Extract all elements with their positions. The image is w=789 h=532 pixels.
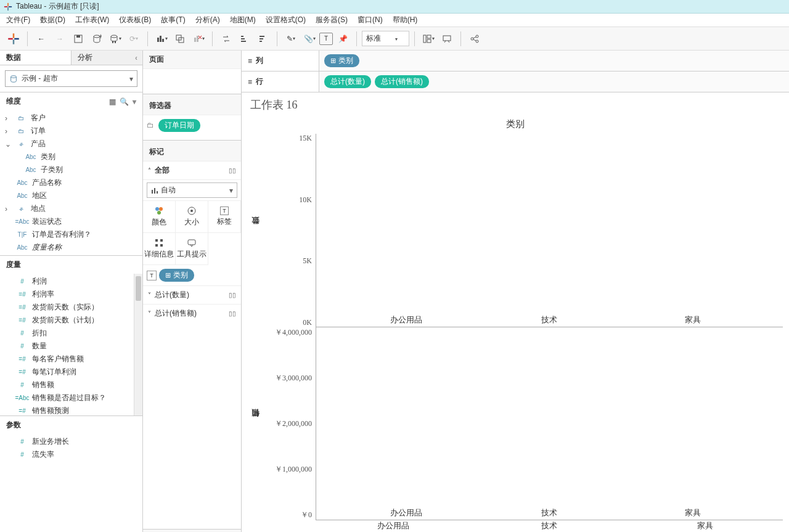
search-icon[interactable]: 🔍: [120, 97, 129, 106]
marks-all[interactable]: ˄ 全部 ▯▯: [143, 162, 241, 180]
plot[interactable]: 办公用品技术家具: [316, 134, 783, 327]
measure-item[interactable]: #销售额: [2, 379, 131, 391]
menu-icon[interactable]: ▾: [133, 97, 136, 106]
bar[interactable]: 技术: [512, 507, 586, 520]
dimension-item[interactable]: ›🗀客户: [2, 112, 140, 125]
dimension-item[interactable]: Abc类别: [2, 150, 140, 163]
pause-button[interactable]: ▾: [107, 30, 124, 47]
group-button[interactable]: 📎▾: [301, 30, 318, 47]
dimension-item[interactable]: Abc地区: [2, 189, 140, 202]
dimensions-header: 维度 ▦ 🔍 ▾: [0, 92, 142, 110]
bar[interactable]: 办公用品: [369, 507, 443, 520]
clear-button[interactable]: ▾: [190, 30, 207, 47]
bar-label: 办公用品: [390, 507, 422, 518]
show-cards-button[interactable]: ▾: [420, 30, 437, 47]
rows-shelf[interactable]: ≡行 总计(数量) 总计(销售额): [242, 72, 789, 92]
marks-label[interactable]: T 标签: [208, 201, 241, 233]
refresh-button[interactable]: ⟳▾: [125, 30, 142, 47]
menu-file[interactable]: 文件(F): [1, 14, 35, 27]
sort-asc-button[interactable]: [236, 30, 253, 47]
menu-help[interactable]: 帮助(H): [388, 14, 423, 27]
menu-story[interactable]: 故事(T): [156, 14, 190, 27]
dimension-item[interactable]: Abc子类别: [2, 163, 140, 176]
menu-analysis[interactable]: 分析(A): [190, 14, 225, 27]
bar[interactable]: 办公用品: [369, 314, 443, 327]
menu-server[interactable]: 服务器(S): [311, 14, 353, 27]
labels-button[interactable]: T: [319, 33, 333, 45]
measure-item[interactable]: #利润: [2, 275, 131, 288]
undo-button[interactable]: ←: [33, 30, 50, 47]
measure-item[interactable]: =Abc销售额是否超过目标？: [2, 391, 131, 404]
toolbar: ← → + ▾ ⟳▾ ▾ ▾ ✎▾ 📎▾ T 📌 标准 ▾ ▾: [0, 27, 789, 51]
measure-item[interactable]: #数量: [2, 340, 131, 353]
x-axis: 办公用品技术家具: [248, 520, 783, 531]
menu-worksheet[interactable]: 工作表(W): [70, 14, 114, 27]
menu-dashboard[interactable]: 仪表板(B): [114, 14, 156, 27]
columns-pill[interactable]: ⊞ 类别: [324, 54, 359, 67]
measure-item[interactable]: =#每名客户销售额: [2, 353, 131, 366]
rows-pill-1[interactable]: 总计(数量): [324, 75, 371, 88]
filters-shelf[interactable]: 🗀 订单日期: [143, 115, 241, 140]
dimension-item[interactable]: =Abc装运状态: [2, 215, 140, 228]
view-icon[interactable]: ▦: [109, 97, 116, 106]
marks-expander-2[interactable]: ˅ 总计(销售额) ▯▯: [143, 304, 241, 322]
rows-pill-2[interactable]: 总计(销售额): [375, 75, 429, 88]
marks-type-select[interactable]: 自动 ▾: [147, 182, 237, 198]
bar[interactable]: 技术: [512, 314, 586, 327]
menu-window[interactable]: 窗口(N): [353, 14, 388, 27]
bar-icon: ▯▯: [229, 310, 236, 317]
menubar: 文件(F) 数据(D) 工作表(W) 仪表板(B) 故事(T) 分析(A) 地图…: [0, 14, 789, 27]
measures-header: 度量: [0, 256, 142, 274]
dimension-item[interactable]: ›ቆ地点: [2, 202, 140, 215]
sort-desc-button[interactable]: [255, 30, 272, 47]
measure-item[interactable]: =#每笔订单利润: [2, 366, 131, 379]
filter-pill[interactable]: 订单日期: [158, 119, 200, 132]
parameter-item[interactable]: #新业务增长: [2, 435, 140, 448]
datasource-select[interactable]: 示例 - 超市 ▾: [5, 70, 137, 87]
dimension-item[interactable]: ›🗀订单: [2, 125, 140, 137]
measure-item[interactable]: =#发货前天数（实际）: [2, 301, 131, 314]
bar[interactable]: 家具: [656, 507, 730, 520]
marks-detail[interactable]: 详细信息: [143, 233, 176, 265]
scrollbar[interactable]: [134, 274, 142, 415]
marks-tooltip[interactable]: 工具提示: [176, 233, 208, 265]
measure-item[interactable]: =#销售额预测: [2, 404, 131, 415]
marks-pill[interactable]: ⊞ 类别: [159, 269, 194, 282]
x-tick: 技术: [472, 520, 628, 531]
save-button[interactable]: [70, 30, 87, 47]
columns-shelf[interactable]: ≡列 ⊞ 类别: [242, 51, 789, 72]
duplicate-button[interactable]: [171, 30, 189, 47]
new-sheet-button[interactable]: ▾: [153, 30, 170, 47]
tab-analytics[interactable]: 分析: [71, 51, 142, 65]
redo-button[interactable]: →: [51, 30, 68, 47]
tableau-start-icon[interactable]: [5, 30, 22, 47]
marks-size[interactable]: 大小: [176, 201, 208, 233]
sheet-title[interactable]: 工作表 16: [242, 92, 789, 117]
dimension-item[interactable]: T|F订单是否有利润？: [2, 228, 140, 241]
bar[interactable]: 家具: [656, 314, 730, 327]
dimension-item[interactable]: Abc度量名称: [2, 241, 140, 254]
presentation-button[interactable]: [438, 30, 456, 47]
dimension-item[interactable]: ⌄ቆ产品: [2, 137, 140, 150]
measure-item[interactable]: =#利润率: [2, 288, 131, 301]
menu-format[interactable]: 设置格式(O): [261, 14, 311, 27]
dimension-item[interactable]: Abc产品名称: [2, 176, 140, 189]
menu-map[interactable]: 地图(M): [225, 14, 261, 27]
highlight-button[interactable]: ✎▾: [282, 30, 300, 47]
measure-item[interactable]: =#发货前天数（计划）: [2, 314, 131, 327]
share-button[interactable]: [466, 30, 483, 47]
new-datasource-button[interactable]: +: [88, 30, 105, 47]
pages-shelf[interactable]: [143, 69, 241, 94]
marks-color[interactable]: 颜色: [143, 201, 176, 233]
swap-button[interactable]: [218, 30, 235, 47]
bar-chart-icon: [151, 187, 158, 194]
fit-mode-select[interactable]: 标准 ▾: [362, 31, 409, 46]
plot[interactable]: 办公用品技术家具: [316, 327, 783, 521]
measure-item[interactable]: #折扣: [2, 327, 131, 340]
marks-expander-1[interactable]: ˅ 总计(数量) ▯▯: [143, 285, 241, 304]
tab-data[interactable]: 数据: [0, 51, 71, 65]
pin-button[interactable]: 📌: [334, 30, 351, 47]
svg-rect-25: [241, 38, 245, 39]
parameter-item[interactable]: #流失率: [2, 448, 140, 461]
menu-data[interactable]: 数据(D): [35, 14, 70, 27]
